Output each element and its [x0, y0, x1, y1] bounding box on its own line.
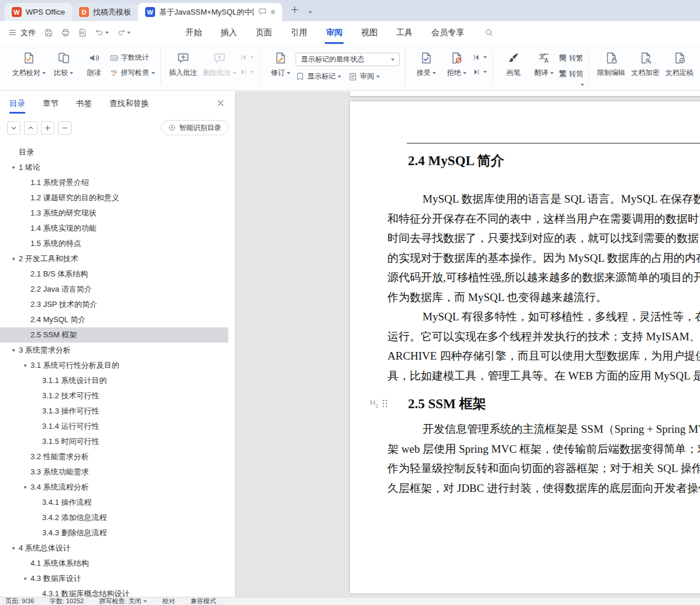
next-change-button[interactable]: [472, 67, 487, 77]
toc-item[interactable]: 3.1.4 运行可行性: [0, 419, 228, 434]
document-page[interactable]: 2.4 MySQL 简介 MySQL 数据库使用的语言是 SQL 语言。MySQ…: [350, 101, 700, 593]
menu-item[interactable]: 引用: [282, 21, 317, 44]
toc-item[interactable]: 目录: [0, 145, 228, 160]
toc-item[interactable]: 3.4.2 添加信息流程: [0, 510, 228, 525]
toc-item[interactable]: 2.2 Java 语言简介: [0, 282, 228, 297]
collapse-arrow-icon[interactable]: ▾: [8, 347, 19, 353]
toc-item[interactable]: ▾2 开发工具和技术: [0, 251, 228, 266]
print-button[interactable]: [61, 28, 70, 37]
toc-item[interactable]: 2.3 JSP 技术的简介: [0, 297, 228, 312]
expand-all-button[interactable]: [7, 121, 20, 135]
toc-item[interactable]: 1.1 系统背景介绍: [0, 175, 228, 190]
toc-item[interactable]: ▾4.3 数据库设计: [0, 571, 228, 586]
undo-button[interactable]: [95, 28, 109, 37]
toc-item[interactable]: ▾3 系统需求分析: [0, 343, 228, 358]
toc-item[interactable]: 3.1.2 技术可行性: [0, 388, 228, 404]
prev-comment-button[interactable]: [239, 53, 254, 62]
status-proofread[interactable]: 校对: [162, 597, 175, 605]
collapse-arrow-icon[interactable]: ▾: [20, 484, 30, 490]
collapse-all-button[interactable]: [24, 121, 37, 135]
collapse-arrow-icon[interactable]: ▾: [20, 363, 30, 368]
spell-check-button[interactable]: ABC 拼写检查: [109, 68, 155, 78]
redo-button[interactable]: [116, 28, 131, 37]
menu-item[interactable]: 会员专享: [422, 21, 473, 44]
menu-item[interactable]: 插入: [211, 21, 246, 44]
menu-item[interactable]: 审阅: [317, 21, 352, 44]
file-menu-button[interactable]: 文件: [0, 21, 43, 44]
heading-level-marker[interactable]: H2: [370, 398, 408, 409]
toc-item[interactable]: ▾4 系统总体设计: [0, 541, 228, 556]
delete-comment-button[interactable]: 删除批注: [200, 48, 239, 80]
toc-item[interactable]: 4.3.1 数据库概念结构设计: [0, 586, 228, 597]
menu-item[interactable]: 开始: [176, 21, 211, 44]
status-spellcheck[interactable]: 拼写检查: 关闭: [99, 597, 147, 605]
status-compat-mode[interactable]: 兼容模式: [190, 597, 216, 605]
encrypt-doc-button[interactable]: 文档加密: [628, 48, 662, 80]
collapse-arrow-icon[interactable]: ▾: [8, 165, 19, 170]
new-tab-button[interactable]: [290, 5, 299, 16]
toc-item[interactable]: 3.3 系统功能需求: [0, 464, 228, 480]
status-word-count[interactable]: 字数: 10252: [50, 597, 84, 605]
toc-item[interactable]: 3.1.5 时间可行性: [0, 434, 228, 449]
print-preview-button[interactable]: [78, 28, 87, 37]
tab-wps-office[interactable]: W WPS Office: [5, 3, 72, 21]
toc-item[interactable]: 1.5 系统的特点: [0, 236, 228, 251]
finalize-doc-button[interactable]: 文档定稿: [663, 48, 696, 80]
menu-item[interactable]: 视图: [352, 21, 387, 44]
zoom-out-button[interactable]: [58, 121, 71, 135]
reject-button[interactable]: 拒绝: [441, 48, 472, 80]
toc-item[interactable]: 3.4.3 删除信息流程: [0, 525, 228, 541]
to-simplified-button[interactable]: 繁 转简: [559, 69, 583, 79]
smart-toc-button[interactable]: 智能识别目录: [161, 120, 228, 135]
show-markup-button[interactable]: 显示标记: [296, 71, 341, 81]
restrict-edit-button[interactable]: 限制编辑: [594, 48, 628, 80]
collapse-arrow-icon[interactable]: ▾: [8, 545, 19, 551]
sidebar-tab[interactable]: 章节: [43, 91, 59, 116]
word-count-button[interactable]: 123 字数统计: [109, 53, 155, 63]
translate-button[interactable]: 文A 翻译: [529, 48, 559, 80]
save-button[interactable]: [44, 28, 53, 37]
toc-item[interactable]: 2.4 MySQL 简介: [0, 312, 228, 327]
collapse-arrow-icon[interactable]: ▾: [20, 576, 30, 582]
drag-handle-icon[interactable]: [382, 399, 387, 408]
collapse-arrow-icon[interactable]: ▾: [8, 256, 19, 262]
tab-list-dropdown-icon[interactable]: [308, 5, 312, 16]
toc-item[interactable]: ▾3.1 系统可行性分析及目的: [0, 358, 228, 373]
toc-item[interactable]: 2.5 SSM 框架: [0, 327, 228, 343]
doc-proofread-button[interactable]: 文档校对: [9, 48, 49, 80]
prev-change-button[interactable]: [472, 53, 487, 62]
toc-item[interactable]: 1.3 系统的研究现状: [0, 206, 228, 221]
tab-document-active[interactable]: W 基于JavaSSM+MySQL的中国: [138, 3, 282, 21]
toc-item[interactable]: 3.4.1 操作流程: [0, 495, 228, 510]
compare-button[interactable]: 比较: [49, 48, 79, 80]
toc-item[interactable]: 3.2 性能需求分析: [0, 449, 228, 464]
insert-comment-button[interactable]: 插入批注: [166, 48, 200, 80]
toc-item[interactable]: 3.1.3 操作可行性: [0, 404, 228, 419]
toc-item[interactable]: 1.4 系统实现的功能: [0, 221, 228, 236]
menu-item[interactable]: 工具: [387, 21, 422, 44]
ribbon-collapse-icon[interactable]: [581, 78, 584, 88]
sidebar-tab[interactable]: 书签: [76, 91, 92, 116]
toc-item[interactable]: ▾1 绪论: [0, 160, 228, 175]
next-comment-button[interactable]: [239, 67, 254, 77]
close-sidebar-icon[interactable]: [217, 99, 225, 109]
menu-item[interactable]: 页面: [246, 21, 282, 44]
zoom-in-button[interactable]: [41, 121, 54, 135]
ink-button[interactable]: 画笔: [498, 48, 529, 80]
toc-item[interactable]: ▾3.4 系统流程分析: [0, 480, 228, 495]
toc-item[interactable]: 1.2 课题研究的目的和意义: [0, 190, 228, 206]
toc-item[interactable]: 4.1 系统体系结构: [0, 556, 228, 571]
toc-item[interactable]: 3.1.1 系统设计目的: [0, 373, 228, 388]
search-button[interactable]: [484, 28, 494, 37]
markup-state-select[interactable]: 显示标记的最终状态: [296, 53, 400, 66]
status-page-indicator[interactable]: 页面: 9/36: [5, 597, 35, 605]
toc-item[interactable]: 2.1 B/S 体系结构: [0, 266, 228, 282]
accept-button[interactable]: 接受: [411, 48, 441, 80]
sidebar-tab[interactable]: 查找和替换: [109, 91, 149, 116]
to-traditional-button[interactable]: 簡 转繁: [559, 53, 583, 63]
sidebar-tab[interactable]: 目录: [9, 91, 25, 116]
track-changes-button[interactable]: 修订: [265, 48, 296, 80]
review-pane-button[interactable]: 审阅: [348, 71, 380, 81]
tab-template-doc[interactable]: D 找稿壳模板: [72, 3, 138, 21]
read-aloud-button[interactable]: 朗读: [79, 48, 109, 80]
